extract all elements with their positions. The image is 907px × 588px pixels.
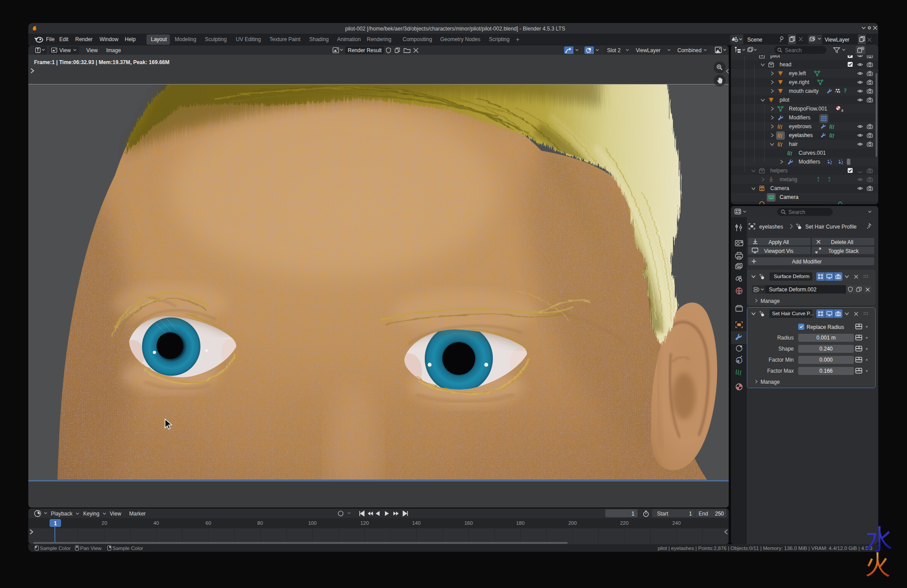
svg-text:Modifiers: Modifiers (789, 115, 811, 121)
svg-text:metarig: metarig (780, 176, 797, 183)
svg-text:eyebrows: eyebrows (789, 123, 811, 130)
svg-text:Camera: Camera (770, 185, 789, 191)
svg-text:Modifiers: Modifiers (799, 159, 820, 165)
svg-text:eye.left: eye.left (789, 70, 806, 76)
svg-text:mouth cavity: mouth cavity (789, 88, 819, 94)
svg-text:hair: hair (789, 141, 798, 147)
svg-text:eye.right: eye.right (789, 79, 810, 85)
svg-text:Camera: Camera (780, 194, 799, 200)
svg-text:helpers: helpers (770, 168, 788, 174)
svg-text:head: head (780, 61, 792, 68)
svg-text:Curves.001: Curves.001 (799, 150, 826, 156)
svg-text:pilot: pilot (780, 97, 790, 103)
svg-text:RetopoFlow.001: RetopoFlow.001 (789, 106, 827, 112)
svg-text:4: 4 (841, 108, 843, 113)
svg-text:eyelashes: eyelashes (789, 132, 813, 138)
